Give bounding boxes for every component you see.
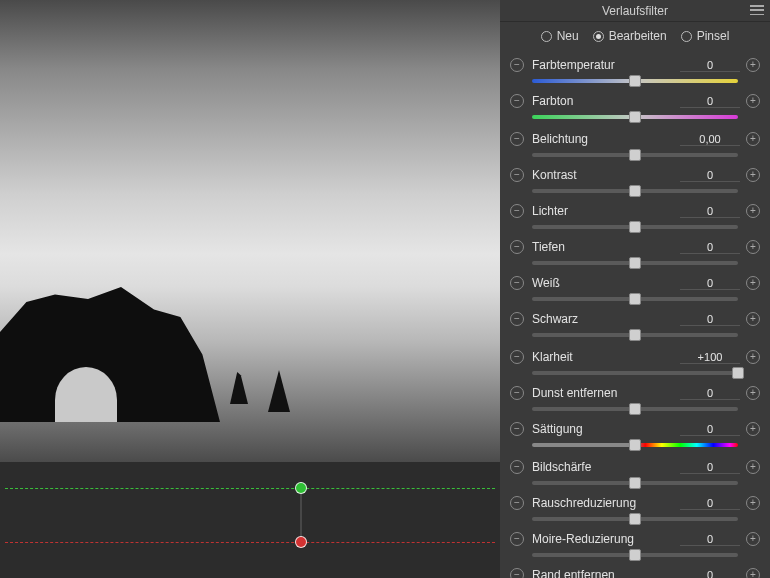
- slider-track[interactable]: [532, 75, 738, 87]
- slider-bildschaerfe: − Bildschärfe 0 +: [510, 458, 760, 492]
- mode-bearbeiten[interactable]: Bearbeiten: [593, 29, 667, 43]
- slider-knob[interactable]: [629, 111, 641, 123]
- increment-button[interactable]: +: [746, 568, 760, 578]
- slider-track[interactable]: [532, 439, 738, 451]
- slider-knob[interactable]: [629, 549, 641, 561]
- increment-button[interactable]: +: [746, 386, 760, 400]
- slider-knob[interactable]: [629, 185, 641, 197]
- slider-label: Belichtung: [532, 132, 680, 146]
- gradient-filter-control-area[interactable]: [0, 462, 500, 578]
- increment-button[interactable]: +: [746, 350, 760, 364]
- slider-track[interactable]: [532, 221, 738, 233]
- slider-track[interactable]: [532, 513, 738, 525]
- slider-track[interactable]: [532, 367, 738, 379]
- increment-button[interactable]: +: [746, 422, 760, 436]
- decrement-button[interactable]: −: [510, 496, 524, 510]
- increment-button[interactable]: +: [746, 168, 760, 182]
- gradient-handle-bottom[interactable]: [295, 536, 307, 548]
- increment-button[interactable]: +: [746, 276, 760, 290]
- slider-value[interactable]: 0: [680, 205, 740, 218]
- decrement-button[interactable]: −: [510, 168, 524, 182]
- preview-image[interactable]: [0, 0, 500, 462]
- decrement-button[interactable]: −: [510, 386, 524, 400]
- radio-icon: [541, 31, 552, 42]
- slider-knob[interactable]: [732, 367, 744, 379]
- radio-icon: [593, 31, 604, 42]
- decrement-button[interactable]: −: [510, 532, 524, 546]
- slider-kontrast: − Kontrast 0 +: [510, 166, 760, 200]
- increment-button[interactable]: +: [746, 94, 760, 108]
- increment-button[interactable]: +: [746, 312, 760, 326]
- mode-label: Neu: [557, 29, 579, 43]
- slider-schwarz: − Schwarz 0 +: [510, 310, 760, 344]
- increment-button[interactable]: +: [746, 460, 760, 474]
- slider-value[interactable]: 0: [680, 95, 740, 108]
- increment-button[interactable]: +: [746, 240, 760, 254]
- slider-rand: − Rand entfernen 0 +: [510, 566, 760, 578]
- slider-value[interactable]: 0: [680, 277, 740, 290]
- decrement-button[interactable]: −: [510, 422, 524, 436]
- slider-track[interactable]: [532, 149, 738, 161]
- slider-track[interactable]: [532, 403, 738, 415]
- mode-radio-group: Neu Bearbeiten Pinsel: [500, 22, 770, 50]
- slider-value[interactable]: 0: [680, 569, 740, 579]
- increment-button[interactable]: +: [746, 532, 760, 546]
- sea-rock-shape-2: [268, 370, 290, 412]
- slider-value[interactable]: 0,00: [680, 133, 740, 146]
- gradient-handle-top[interactable]: [295, 482, 307, 494]
- decrement-button[interactable]: −: [510, 240, 524, 254]
- slider-value[interactable]: 0: [680, 533, 740, 546]
- slider-value[interactable]: 0: [680, 423, 740, 436]
- mode-neu[interactable]: Neu: [541, 29, 579, 43]
- decrement-button[interactable]: −: [510, 276, 524, 290]
- slider-track[interactable]: [532, 185, 738, 197]
- mode-pinsel[interactable]: Pinsel: [681, 29, 730, 43]
- slider-knob[interactable]: [629, 257, 641, 269]
- decrement-button[interactable]: −: [510, 58, 524, 72]
- gradient-line-bottom[interactable]: [5, 542, 495, 543]
- slider-knob[interactable]: [629, 293, 641, 305]
- panel-title: Verlaufsfilter: [602, 4, 668, 18]
- decrement-button[interactable]: −: [510, 350, 524, 364]
- slider-track[interactable]: [532, 477, 738, 489]
- slider-value[interactable]: 0: [680, 313, 740, 326]
- increment-button[interactable]: +: [746, 132, 760, 146]
- slider-value[interactable]: 0: [680, 241, 740, 254]
- slider-knob[interactable]: [629, 439, 641, 451]
- slider-moire: − Moire-Reduzierung 0 +: [510, 530, 760, 564]
- slider-knob[interactable]: [629, 221, 641, 233]
- slider-value[interactable]: 0: [680, 497, 740, 510]
- increment-button[interactable]: +: [746, 204, 760, 218]
- increment-button[interactable]: +: [746, 58, 760, 72]
- slider-dunst: − Dunst entfernen 0 +: [510, 384, 760, 418]
- gradient-line-top[interactable]: [5, 488, 495, 489]
- slider-track[interactable]: [532, 549, 738, 561]
- slider-value[interactable]: 0: [680, 59, 740, 72]
- slider-lichter: − Lichter 0 +: [510, 202, 760, 236]
- slider-knob[interactable]: [629, 403, 641, 415]
- slider-label: Tiefen: [532, 240, 680, 254]
- slider-track-bar: [532, 371, 738, 375]
- decrement-button[interactable]: −: [510, 204, 524, 218]
- slider-track[interactable]: [532, 257, 738, 269]
- mode-label: Pinsel: [697, 29, 730, 43]
- slider-value[interactable]: +100: [680, 351, 740, 364]
- increment-button[interactable]: +: [746, 496, 760, 510]
- slider-knob[interactable]: [629, 477, 641, 489]
- decrement-button[interactable]: −: [510, 312, 524, 326]
- slider-knob[interactable]: [629, 149, 641, 161]
- panel-menu-icon[interactable]: [750, 5, 764, 15]
- slider-track[interactable]: [532, 111, 738, 123]
- slider-value[interactable]: 0: [680, 461, 740, 474]
- decrement-button[interactable]: −: [510, 132, 524, 146]
- slider-knob[interactable]: [629, 329, 641, 341]
- decrement-button[interactable]: −: [510, 460, 524, 474]
- decrement-button[interactable]: −: [510, 94, 524, 108]
- decrement-button[interactable]: −: [510, 568, 524, 578]
- slider-knob[interactable]: [629, 75, 641, 87]
- slider-track[interactable]: [532, 329, 738, 341]
- slider-value[interactable]: 0: [680, 387, 740, 400]
- slider-knob[interactable]: [629, 513, 641, 525]
- slider-track[interactable]: [532, 293, 738, 305]
- slider-value[interactable]: 0: [680, 169, 740, 182]
